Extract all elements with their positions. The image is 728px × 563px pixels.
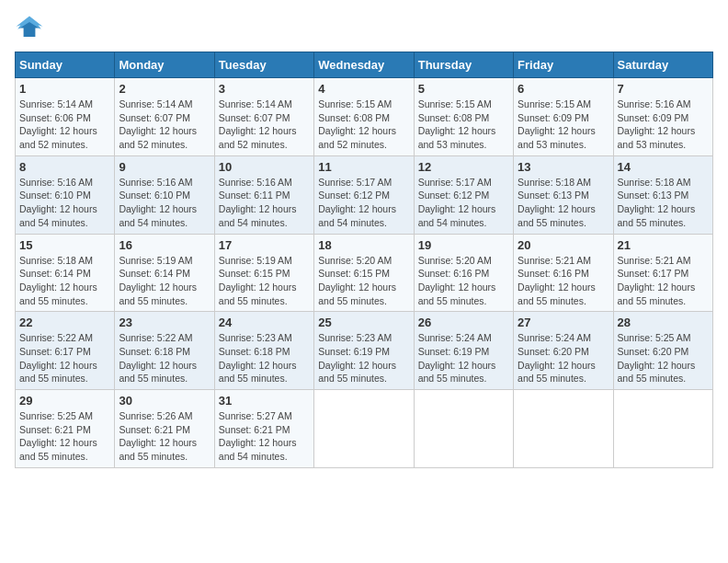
calendar-week-row: 15Sunrise: 5:18 AM Sunset: 6:14 PM Dayli… (16, 234, 713, 312)
calendar-cell (613, 390, 712, 468)
day-info: Sunrise: 5:26 AM Sunset: 6:21 PM Dayligh… (119, 409, 210, 464)
day-info: Sunrise: 5:22 AM Sunset: 6:18 PM Dayligh… (119, 331, 210, 385)
day-info: Sunrise: 5:22 AM Sunset: 6:17 PM Dayligh… (19, 331, 110, 385)
day-number: 3 (219, 82, 310, 96)
day-info: Sunrise: 5:24 AM Sunset: 6:20 PM Dayligh… (518, 331, 609, 385)
day-info: Sunrise: 5:19 AM Sunset: 6:14 PM Dayligh… (119, 254, 210, 308)
calendar-cell: 1Sunrise: 5:14 AM Sunset: 6:06 PM Daylig… (16, 78, 115, 156)
day-number: 22 (19, 316, 110, 329)
calendar-cell: 19Sunrise: 5:20 AM Sunset: 6:16 PM Dayli… (414, 234, 513, 312)
weekday-header-sunday: Sunday (16, 52, 115, 78)
day-number: 12 (418, 160, 509, 174)
calendar-cell: 3Sunrise: 5:14 AM Sunset: 6:07 PM Daylig… (214, 78, 313, 156)
calendar-cell: 9Sunrise: 5:16 AM Sunset: 6:10 PM Daylig… (115, 155, 214, 234)
day-info: Sunrise: 5:14 AM Sunset: 6:06 PM Dayligh… (19, 98, 110, 152)
day-number: 10 (219, 160, 310, 174)
day-info: Sunrise: 5:15 AM Sunset: 6:08 PM Dayligh… (318, 98, 409, 152)
day-info: Sunrise: 5:24 AM Sunset: 6:19 PM Dayligh… (418, 331, 509, 385)
day-info: Sunrise: 5:20 AM Sunset: 6:15 PM Dayligh… (318, 254, 409, 308)
day-info: Sunrise: 5:21 AM Sunset: 6:16 PM Dayligh… (518, 254, 609, 308)
calendar-cell: 25Sunrise: 5:23 AM Sunset: 6:19 PM Dayli… (314, 312, 414, 390)
day-number: 18 (318, 238, 409, 252)
weekday-header-monday: Monday (115, 52, 214, 78)
calendar-cell: 5Sunrise: 5:15 AM Sunset: 6:08 PM Daylig… (414, 78, 513, 156)
weekday-header-wednesday: Wednesday (314, 52, 414, 78)
calendar-cell: 16Sunrise: 5:19 AM Sunset: 6:14 PM Dayli… (115, 234, 214, 312)
calendar-cell: 15Sunrise: 5:18 AM Sunset: 6:14 PM Dayli… (16, 234, 115, 312)
day-number: 15 (19, 238, 110, 252)
day-number: 9 (119, 160, 210, 174)
day-info: Sunrise: 5:18 AM Sunset: 6:13 PM Dayligh… (518, 176, 609, 230)
day-info: Sunrise: 5:16 AM Sunset: 6:10 PM Dayligh… (19, 176, 110, 230)
day-number: 31 (219, 394, 310, 408)
calendar-cell: 22Sunrise: 5:22 AM Sunset: 6:17 PM Dayli… (16, 312, 115, 390)
calendar-cell: 13Sunrise: 5:18 AM Sunset: 6:13 PM Dayli… (514, 155, 613, 234)
day-number: 27 (518, 316, 609, 329)
day-info: Sunrise: 5:23 AM Sunset: 6:19 PM Dayligh… (318, 331, 409, 385)
day-number: 19 (418, 238, 509, 252)
weekday-header-friday: Friday (514, 52, 613, 78)
calendar-cell: 18Sunrise: 5:20 AM Sunset: 6:15 PM Dayli… (314, 234, 414, 312)
day-number: 17 (219, 238, 310, 252)
calendar-cell: 23Sunrise: 5:22 AM Sunset: 6:18 PM Dayli… (115, 312, 214, 390)
day-info: Sunrise: 5:25 AM Sunset: 6:20 PM Dayligh… (618, 331, 709, 385)
day-info: Sunrise: 5:14 AM Sunset: 6:07 PM Dayligh… (219, 98, 310, 152)
calendar-body: 1Sunrise: 5:14 AM Sunset: 6:06 PM Daylig… (16, 78, 713, 468)
day-info: Sunrise: 5:20 AM Sunset: 6:16 PM Dayligh… (418, 254, 509, 308)
day-info: Sunrise: 5:16 AM Sunset: 6:10 PM Dayligh… (119, 176, 210, 230)
day-number: 30 (119, 394, 210, 408)
day-number: 26 (418, 316, 509, 329)
calendar-cell (314, 390, 414, 468)
day-number: 2 (119, 82, 210, 96)
calendar-cell: 31Sunrise: 5:27 AM Sunset: 6:21 PM Dayli… (214, 390, 313, 468)
day-info: Sunrise: 5:15 AM Sunset: 6:08 PM Dayligh… (418, 98, 509, 152)
day-info: Sunrise: 5:18 AM Sunset: 6:13 PM Dayligh… (618, 176, 709, 230)
logo (15, 15, 48, 44)
day-number: 21 (618, 238, 709, 252)
day-info: Sunrise: 5:15 AM Sunset: 6:09 PM Dayligh… (518, 98, 609, 152)
calendar-cell: 14Sunrise: 5:18 AM Sunset: 6:13 PM Dayli… (613, 155, 712, 234)
calendar-cell (514, 390, 613, 468)
calendar-cell: 29Sunrise: 5:25 AM Sunset: 6:21 PM Dayli… (16, 390, 115, 468)
day-number: 20 (518, 238, 609, 252)
calendar-week-row: 1Sunrise: 5:14 AM Sunset: 6:06 PM Daylig… (16, 78, 713, 156)
calendar-week-row: 8Sunrise: 5:16 AM Sunset: 6:10 PM Daylig… (16, 155, 713, 234)
calendar-cell: 6Sunrise: 5:15 AM Sunset: 6:09 PM Daylig… (514, 78, 613, 156)
day-info: Sunrise: 5:17 AM Sunset: 6:12 PM Dayligh… (418, 176, 509, 230)
calendar-cell: 17Sunrise: 5:19 AM Sunset: 6:15 PM Dayli… (214, 234, 313, 312)
calendar-cell: 2Sunrise: 5:14 AM Sunset: 6:07 PM Daylig… (115, 78, 214, 156)
calendar-cell: 24Sunrise: 5:23 AM Sunset: 6:18 PM Dayli… (214, 312, 313, 390)
day-info: Sunrise: 5:25 AM Sunset: 6:21 PM Dayligh… (19, 409, 110, 464)
weekday-header-saturday: Saturday (613, 52, 712, 78)
day-info: Sunrise: 5:14 AM Sunset: 6:07 PM Dayligh… (119, 98, 210, 152)
calendar-table: SundayMondayTuesdayWednesdayThursdayFrid… (15, 52, 713, 468)
day-number: 8 (19, 160, 110, 174)
calendar-cell: 30Sunrise: 5:26 AM Sunset: 6:21 PM Dayli… (115, 390, 214, 468)
day-info: Sunrise: 5:27 AM Sunset: 6:21 PM Dayligh… (219, 409, 310, 464)
day-number: 16 (119, 238, 210, 252)
day-number: 6 (518, 82, 609, 96)
calendar-cell: 4Sunrise: 5:15 AM Sunset: 6:08 PM Daylig… (314, 78, 414, 156)
day-number: 29 (19, 394, 110, 408)
day-number: 4 (318, 82, 409, 96)
calendar-week-row: 22Sunrise: 5:22 AM Sunset: 6:17 PM Dayli… (16, 312, 713, 390)
day-number: 14 (618, 160, 709, 174)
calendar-cell: 11Sunrise: 5:17 AM Sunset: 6:12 PM Dayli… (314, 155, 414, 234)
day-info: Sunrise: 5:23 AM Sunset: 6:18 PM Dayligh… (219, 331, 310, 385)
calendar-cell: 8Sunrise: 5:16 AM Sunset: 6:10 PM Daylig… (16, 155, 115, 234)
day-info: Sunrise: 5:19 AM Sunset: 6:15 PM Dayligh… (219, 254, 310, 308)
weekday-header-tuesday: Tuesday (214, 52, 313, 78)
calendar-header-row: SundayMondayTuesdayWednesdayThursdayFrid… (16, 52, 713, 78)
calendar-cell: 26Sunrise: 5:24 AM Sunset: 6:19 PM Dayli… (414, 312, 513, 390)
calendar-cell: 21Sunrise: 5:21 AM Sunset: 6:17 PM Dayli… (613, 234, 712, 312)
logo-icon (15, 15, 44, 44)
day-number: 11 (318, 160, 409, 174)
day-number: 28 (618, 316, 709, 329)
calendar-cell: 20Sunrise: 5:21 AM Sunset: 6:16 PM Dayli… (514, 234, 613, 312)
day-info: Sunrise: 5:17 AM Sunset: 6:12 PM Dayligh… (318, 176, 409, 230)
calendar-cell (414, 390, 513, 468)
day-info: Sunrise: 5:16 AM Sunset: 6:11 PM Dayligh… (219, 176, 310, 230)
day-number: 1 (19, 82, 110, 96)
day-number: 13 (518, 160, 609, 174)
weekday-header-thursday: Thursday (414, 52, 513, 78)
